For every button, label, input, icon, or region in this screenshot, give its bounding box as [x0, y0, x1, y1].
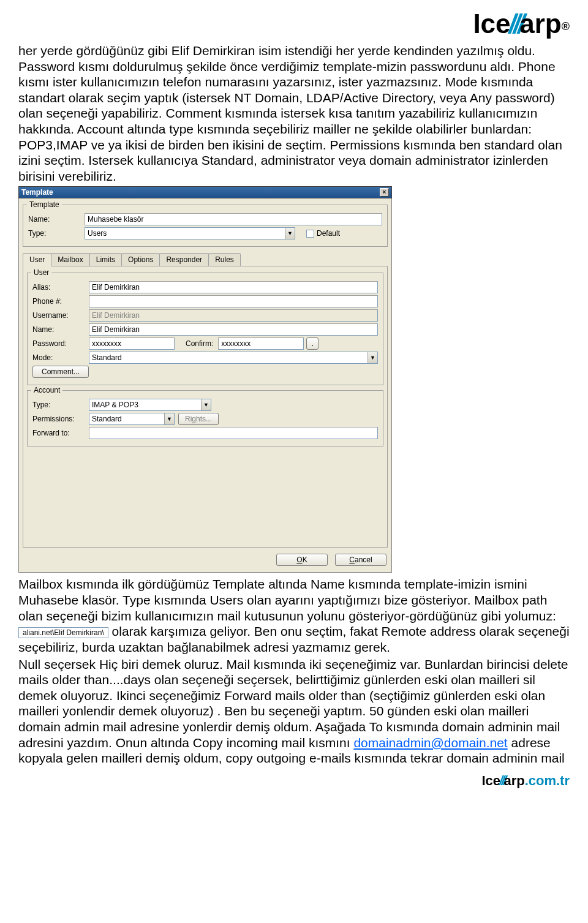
mode-label: Mode: [32, 353, 89, 362]
comment-button[interactable]: Comment... [32, 366, 89, 378]
confirm-label: Confirm: [186, 339, 213, 348]
user-groupbox: User Alias: Phone #: Username: Name: [27, 273, 383, 385]
cancel-underline: C [349, 556, 355, 564]
phone-label: Phone #: [32, 297, 89, 306]
user-name-input[interactable] [89, 323, 378, 336]
password-label: Password: [32, 339, 89, 348]
mailbox-paragraph: Mailbox kısmında ilk gördüğümüz Template… [18, 576, 570, 655]
page-header: Ice///arp® [18, 9, 570, 39]
chevron-down-icon[interactable]: ▼ [285, 228, 295, 239]
icewarp-logo: Ice///arp® [473, 9, 570, 39]
tab-user[interactable]: User [23, 253, 51, 266]
account-type-select[interactable]: IMAP & POP3 ▼ [89, 399, 211, 411]
default-checkbox-wrap[interactable]: Default [306, 229, 340, 238]
dialog-body: Template Name: Type: Users ▼ Default Use… [18, 198, 392, 573]
username-label: Username: [32, 311, 89, 320]
mailbox-para-a: Mailbox kısmında ilk gördüğümüz Template… [18, 577, 556, 622]
account-legend: Account [31, 386, 62, 394]
footer-logo-3: arp [503, 773, 524, 788]
tab-responder[interactable]: Responder [159, 253, 209, 266]
mailbox-path-box: aliani.net\Elif Demirkiran\ [18, 627, 108, 639]
chevron-down-icon[interactable]: ▼ [164, 413, 174, 424]
mode-select[interactable]: Standard ▼ [89, 352, 378, 364]
account-type-label: Type: [32, 401, 89, 409]
dialog-title: Template [21, 188, 53, 197]
confirm-input[interactable] [218, 337, 304, 350]
tab-rules[interactable]: Rules [208, 253, 241, 266]
account-type-value: IMAP & POP3 [92, 401, 138, 409]
close-icon[interactable]: × [380, 188, 389, 197]
intro-paragraph: her yerde gördüğünüz gibi Elif Demirkira… [18, 43, 570, 184]
cancel-button[interactable]: Cancel [335, 554, 386, 566]
footer-domain: .com.tr [525, 773, 570, 788]
permissions-label: Permissions: [32, 415, 89, 423]
template-legend: Template [27, 200, 62, 209]
tab-limits[interactable]: Limits [89, 253, 122, 266]
permissions-value: Standard [92, 415, 122, 423]
user-name-label: Name: [32, 325, 89, 334]
forward-to-label: Forward to: [32, 429, 89, 437]
alias-label: Alias: [32, 283, 89, 292]
tab-user-body: User Alias: Phone #: Username: Name: [23, 266, 388, 548]
template-dialog: Template × Template Name: Type: Users ▼ … [18, 186, 392, 573]
ok-underline: O [296, 556, 302, 564]
default-checkbox[interactable] [306, 230, 314, 238]
template-name-input[interactable] [85, 213, 382, 225]
type-label: Type: [28, 229, 85, 238]
ok-button[interactable]: OK [276, 554, 328, 566]
domainadmin-email-link[interactable]: domainadmin@domain.net [353, 736, 507, 750]
template-type-select[interactable]: Users ▼ [85, 227, 295, 239]
password-input[interactable] [89, 337, 175, 350]
template-type-value: Users [88, 229, 107, 238]
tab-mailbox[interactable]: Mailbox [51, 253, 89, 266]
cancel-rest: ancel [355, 556, 372, 564]
password-extra-button[interactable]: . [306, 337, 318, 350]
template-groupbox: Template Name: Type: Users ▼ Default [23, 205, 388, 247]
alias-input[interactable] [89, 281, 378, 293]
forward-to-input[interactable] [89, 427, 378, 439]
user-legend: User [31, 268, 51, 277]
dialog-button-row: OK Cancel [23, 551, 388, 568]
dialog-titlebar: Template × [18, 186, 392, 198]
account-groupbox: Account Type: IMAP & POP3 ▼ Permissions:… [27, 390, 383, 446]
chevron-down-icon[interactable]: ▼ [201, 399, 211, 410]
permissions-select[interactable]: Standard ▼ [89, 413, 175, 425]
null-paragraph: Null seçersek Hiç biri demek oluruz. Mai… [18, 657, 570, 766]
logo-part-3: arp [519, 9, 561, 39]
ok-rest: K [303, 556, 307, 564]
logo-part-1: Ice [473, 9, 510, 39]
mode-value: Standard [92, 353, 122, 362]
phone-input[interactable] [89, 295, 378, 307]
chevron-down-icon[interactable]: ▼ [368, 352, 377, 363]
footer-logo-1: Ice [481, 773, 500, 788]
page-footer: Ice///arp.com.tr [0, 770, 588, 795]
tab-options[interactable]: Options [121, 253, 160, 266]
username-input [89, 309, 378, 322]
name-label: Name: [28, 215, 85, 224]
logo-reg: ® [562, 20, 570, 33]
dialog-tabs: User Mailbox Limits Options Responder Ru… [23, 253, 388, 266]
tab-empty-area [27, 451, 383, 543]
rights-button: Rights... [178, 413, 219, 425]
default-label: Default [317, 229, 340, 238]
